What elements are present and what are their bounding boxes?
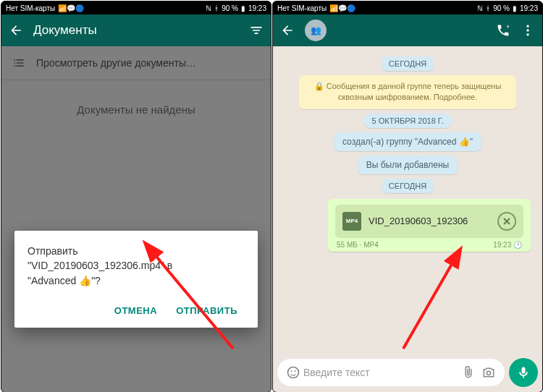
group-avatar[interactable]: 👥 xyxy=(305,20,327,41)
svg-point-6 xyxy=(291,370,292,372)
bt-icon-r: ᚼ xyxy=(486,4,490,12)
system-added: Вы были добавлены xyxy=(358,155,458,174)
battery-icon-r: ▮ xyxy=(513,4,517,12)
battery-icon: ▮ xyxy=(241,4,245,12)
sim-status-r: Нет SIM-карты xyxy=(277,4,327,12)
send-button[interactable]: ОТПРАВИТЬ xyxy=(169,299,245,322)
cancel-upload-button[interactable] xyxy=(497,212,516,231)
back-icon-r[interactable] xyxy=(280,23,295,38)
nfc-icon: ℕ xyxy=(206,4,211,12)
svg-point-3 xyxy=(526,29,529,31)
input-bar: Введите текст xyxy=(273,353,542,392)
documents-area: Просмотреть другие документы… Документы … xyxy=(1,46,271,392)
left-appbar: Документы xyxy=(1,14,271,46)
time-r: 19:23 xyxy=(520,4,538,12)
encryption-notice[interactable]: 🔒 Сообщения в данной группе теперь защищ… xyxy=(299,75,516,109)
dialog-line1: Отправить xyxy=(28,245,77,257)
message-field[interactable]: Введите текст xyxy=(277,359,505,386)
date-chip-2: 5 ОКТЯБРЯ 2018 Г. xyxy=(364,114,450,128)
svg-point-4 xyxy=(526,33,529,35)
svg-point-8 xyxy=(487,371,490,375)
svg-point-5 xyxy=(288,367,299,378)
right-phone: Нет SIM-карты📶💬🔵 ℕᚼ90 %▮19:23 👥 + СЕГОДН… xyxy=(272,1,543,392)
chat-area[interactable]: СЕГОДНЯ 🔒 Сообщения в данной группе тепе… xyxy=(273,46,542,370)
page-title: Документы xyxy=(33,23,239,38)
date-chip-3: СЕГОДНЯ xyxy=(382,179,434,193)
dialog-line2: "VID_20190603_192306.mp4" в xyxy=(28,260,172,271)
file-name: VID_20190603_192306 xyxy=(369,216,490,226)
battery-text: 90 % xyxy=(222,4,238,12)
status-icons-left: 📶💬🔵 xyxy=(58,4,84,12)
bt-icon: ᚼ xyxy=(214,4,219,12)
mic-button[interactable] xyxy=(509,358,538,387)
file-type-icon: MP4 xyxy=(342,212,361,231)
emoji-icon[interactable] xyxy=(286,365,300,380)
back-icon[interactable] xyxy=(9,23,23,38)
nfc-icon-r: ℕ xyxy=(477,4,483,12)
attach-icon[interactable] xyxy=(461,365,476,380)
send-dialog: Отправить "VID_20190603_192306.mp4" в "A… xyxy=(14,231,258,328)
message-placeholder: Введите текст xyxy=(303,367,458,378)
more-icon[interactable] xyxy=(521,23,535,38)
battery-text-r: 90 % xyxy=(493,4,510,12)
svg-point-7 xyxy=(295,370,296,372)
right-appbar: 👥 + xyxy=(273,14,542,46)
time: 19:23 xyxy=(248,4,266,12)
left-phone: Нет SIM-карты📶💬🔵 ℕᚼ90 %▮19:23 Документы … xyxy=(1,1,272,392)
status-bar: Нет SIM-карты📶💬🔵 ℕᚼ90 %▮19:23 xyxy=(1,1,271,14)
status-icons-left-r: 📶💬🔵 xyxy=(329,4,355,12)
file-meta: 55 МБ · MP4 xyxy=(337,241,379,249)
call-icon[interactable]: + xyxy=(496,23,510,38)
dialog-line3: "Advanced 👍"? xyxy=(28,275,101,286)
status-bar-r: Нет SIM-карты📶💬🔵 ℕᚼ90 %▮19:23 xyxy=(273,1,542,14)
file-message[interactable]: MP4 VID_20190603_192306 55 МБ · MP4 19:2… xyxy=(328,199,531,252)
cancel-button[interactable]: ОТМЕНА xyxy=(107,299,164,322)
camera-icon[interactable] xyxy=(481,365,496,380)
svg-text:+: + xyxy=(506,23,510,30)
dim-overlay[interactable] xyxy=(1,46,271,392)
system-created: создал(-а) группу "Advanced 👍" xyxy=(334,132,481,151)
filter-icon[interactable] xyxy=(249,23,264,38)
sim-status: Нет SIM-карты xyxy=(6,4,55,12)
svg-point-2 xyxy=(526,25,529,27)
file-time: 19:23 🕐 xyxy=(493,241,522,249)
date-chip: СЕГОДНЯ xyxy=(382,56,434,71)
